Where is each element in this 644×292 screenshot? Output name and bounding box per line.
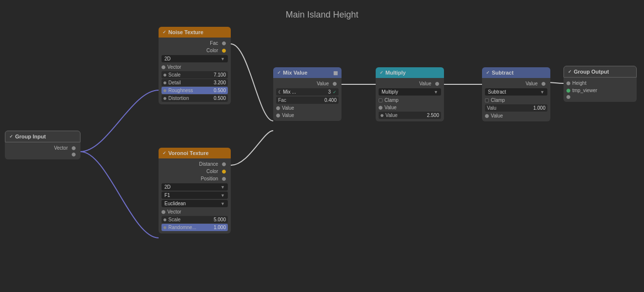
voronoi-position-row: Position — [159, 175, 231, 182]
noise-fac-socket — [222, 41, 226, 45]
mix-value2-socket — [276, 114, 280, 117]
group-output-height-row: Height — [564, 79, 637, 87]
group-input-node: ✓ Group Input Vector — [5, 131, 80, 159]
noise-chevron: ✓ — [162, 30, 166, 35]
group-output-chevron: ✓ — [568, 69, 572, 74]
voronoi-color-socket — [222, 170, 226, 174]
noise-vector-label: Vector — [167, 64, 228, 70]
subtract-clamp-row: Clamp — [482, 97, 550, 104]
noise-dimension-arrow: ▼ — [221, 57, 225, 61]
voronoi-vector-row: Vector — [159, 208, 231, 215]
subtract-clamp-checkbox[interactable] — [485, 98, 489, 102]
mix-icon: ▦ — [333, 70, 338, 76]
mix-fac-row[interactable]: Fac 0.400 — [276, 97, 339, 104]
mix-blend-label: Mix ... — [283, 89, 328, 95]
noise-detail-row[interactable]: Detail 3.200 — [161, 79, 228, 86]
noise-scale-value: 7.100 — [214, 72, 226, 78]
multiply-mode-arrow: ▼ — [434, 90, 438, 95]
voronoi-metric-dropdown[interactable]: Euclidean ▼ — [161, 200, 228, 207]
voronoi-scale-value: 5.000 — [214, 217, 226, 222]
multiply-value1-label: Value — [384, 105, 441, 110]
subtract-header: ✓ Subtract — [482, 67, 550, 78]
subtract-valu-row[interactable]: Valu 1.000 — [485, 104, 547, 112]
mix-blend-icon: ☾ — [278, 90, 282, 95]
node-editor-canvas: Main Island Height ✓ Group Input Vector — [0, 0, 644, 292]
voronoi-scale-label: Scale — [168, 217, 214, 222]
voronoi-texture-header: ✓ Voronoi Texture — [159, 148, 231, 158]
voronoi-randomness-socket — [163, 226, 166, 229]
subtract-value-row: Value — [482, 112, 550, 119]
mix-blend-val: 3 — [328, 89, 331, 95]
noise-dimension-dropdown[interactable]: 2D ▼ — [161, 55, 228, 62]
subtract-mode-arrow: ▼ — [540, 90, 544, 95]
noise-roughness-row[interactable]: Roughness 0.500 — [161, 87, 228, 94]
voronoi-texture-body: Distance Color Position 2D ▼ F1 ▼ Euclid — [159, 158, 231, 234]
voronoi-metric-arrow: ▼ — [221, 201, 225, 206]
noise-detail-value: 3.200 — [214, 80, 226, 85]
multiply-value2-row[interactable]: Value 2.500 — [379, 112, 441, 119]
noise-distortion-row[interactable]: Distortion 0.500 — [161, 95, 228, 102]
subtract-title: Subtract — [492, 70, 514, 76]
multiply-clamp-label: Clamp — [384, 97, 441, 103]
noise-vector-socket — [161, 65, 165, 69]
group-output-tmp-label: tmp_viewer — [572, 88, 634, 93]
multiply-node: ✓ Multiply Value Multiply ▼ Clamp Value — [376, 67, 444, 121]
subtract-value-socket — [485, 114, 489, 118]
mix-value2-label: Value — [282, 113, 339, 118]
subtract-value-label: Value — [491, 113, 547, 118]
group-input-extra-socket — [72, 153, 76, 156]
group-output-extra-socket — [566, 95, 570, 99]
voronoi-randomness-row[interactable]: Randomne... 1.000 — [161, 224, 228, 231]
voronoi-dimension-dropdown[interactable]: 2D ▼ — [161, 183, 228, 191]
group-output-body: Height tmp_viewer — [564, 78, 637, 102]
noise-texture-header: ✓ Noise Texture — [159, 27, 231, 38]
noise-color-row: Color — [159, 47, 231, 54]
subtract-mode-row[interactable]: Subtract ▼ — [485, 88, 547, 96]
subtract-value-out-row: Value — [482, 80, 550, 87]
multiply-header: ✓ Multiply — [376, 67, 444, 78]
group-input-chevron: ✓ — [9, 134, 13, 139]
voronoi-dimension-arrow: ▼ — [221, 185, 225, 190]
noise-color-label: Color — [161, 48, 218, 53]
multiply-value-out-label: Value — [379, 81, 431, 86]
group-input-header: ✓ Group Input — [5, 131, 80, 142]
voronoi-scale-row[interactable]: Scale 5.000 — [161, 216, 228, 223]
group-input-title: Group Input — [15, 134, 46, 139]
noise-fac-row: Fac — [159, 39, 231, 47]
connections-svg — [0, 0, 644, 292]
multiply-value1-row: Value — [376, 104, 444, 111]
mix-value-node: ✓ Mix Value ▦ Value ☾ Mix ... 3 ✓ Fac 0.… — [273, 67, 342, 121]
mix-value2-row: Value — [273, 112, 342, 119]
mix-fac-label: Fac — [278, 97, 324, 103]
noise-texture-body: Fac Color 2D ▼ Vector Scale 7.100 — [159, 38, 231, 104]
voronoi-position-label: Position — [161, 176, 218, 181]
subtract-valu-value: 1.000 — [533, 105, 545, 111]
group-output-node: ✓ Group Output Height tmp_viewer — [564, 66, 637, 102]
noise-scale-row[interactable]: Scale 7.100 — [161, 71, 228, 78]
subtract-chevron: ✓ — [486, 70, 490, 75]
noise-scale-label: Scale — [168, 72, 214, 78]
noise-dimension-value: 2D — [164, 56, 171, 61]
mix-value-out-label: Value — [276, 81, 329, 86]
subtract-valu-label: Valu — [487, 105, 533, 111]
multiply-value2-socket — [381, 114, 383, 117]
noise-scale-socket — [163, 74, 166, 77]
mix-blend-row[interactable]: ☾ Mix ... 3 ✓ — [276, 88, 339, 96]
noise-roughness-value: 0.500 — [214, 88, 226, 93]
multiply-clamp-row: Clamp — [376, 97, 444, 104]
multiply-mode-row[interactable]: Multiply ▼ — [379, 88, 441, 96]
multiply-value2-label: Value — [385, 113, 427, 118]
multiply-clamp-checkbox[interactable] — [379, 98, 382, 102]
subtract-mode-value: Subtract — [488, 89, 540, 95]
voronoi-distance-socket — [222, 162, 226, 166]
subtract-value-out-label: Value — [485, 81, 538, 86]
mix-value1-label: Value — [282, 105, 339, 111]
voronoi-mode-dropdown[interactable]: F1 ▼ — [161, 192, 228, 199]
group-input-body: Vector — [5, 142, 80, 159]
voronoi-distance-row: Distance — [159, 160, 231, 168]
voronoi-vector-socket — [161, 210, 165, 214]
voronoi-mode-value: F1 — [164, 193, 170, 198]
subtract-clamp-label: Clamp — [491, 97, 547, 103]
noise-fac-label: Fac — [161, 40, 218, 46]
group-input-vector-socket — [72, 146, 76, 150]
